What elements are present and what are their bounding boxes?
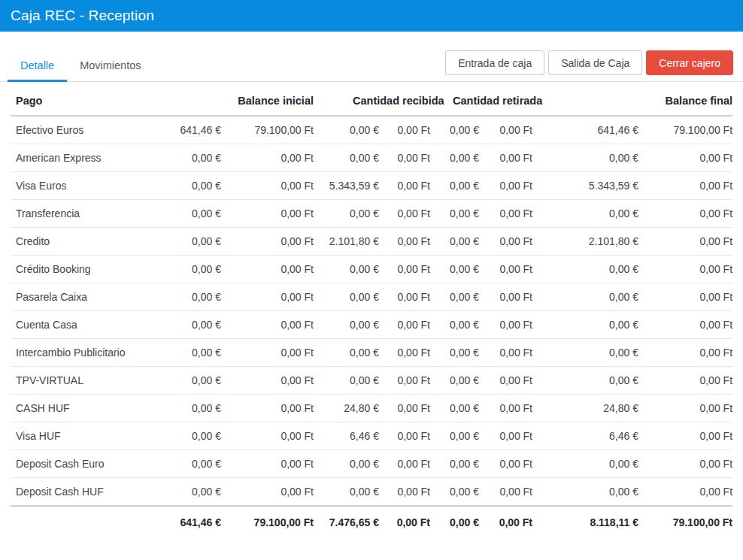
balance-inicial-eur-cell: 0,00 € bbox=[164, 395, 221, 422]
balance-final-huf-cell: 0,00 Ft bbox=[638, 395, 732, 422]
table-row: American Express 0,00 € 0,00 Ft 0,00 € 0… bbox=[11, 144, 732, 172]
entrada-de-caja-button[interactable]: Entrada de caja bbox=[445, 50, 544, 75]
cantidad-recibida-huf-cell: 0,00 Ft bbox=[379, 116, 430, 144]
balance-inicial-huf-cell: 0,00 Ft bbox=[221, 367, 314, 395]
total-cantidad-recibida-eur: 7.476,65 € bbox=[314, 506, 379, 539]
table-row: TPV-VIRTUAL 0,00 € 0,00 Ft 0,00 € 0,00 F… bbox=[11, 367, 732, 395]
balance-inicial-huf-cell: 0,00 Ft bbox=[221, 172, 314, 200]
cantidad-recibida-huf-cell: 0,00 Ft bbox=[379, 256, 430, 283]
balance-inicial-eur-cell: 0,00 € bbox=[164, 200, 221, 228]
balance-inicial-eur-cell: 0,00 € bbox=[164, 311, 221, 339]
total-cantidad-recibida-huf: 0,00 Ft bbox=[379, 506, 430, 539]
cantidad-recibida-eur-cell: 0,00 € bbox=[314, 144, 379, 172]
payment-method-name: Cuenta Casa bbox=[11, 311, 164, 339]
action-buttons: Entrada de caja Salida de Caja Cerrar ca… bbox=[445, 50, 733, 75]
balance-inicial-eur-cell: 0,00 € bbox=[164, 172, 221, 200]
cantidad-recibida-huf-cell: 0,00 Ft bbox=[379, 228, 430, 256]
col-header-balance-inicial: Balance inicial bbox=[164, 91, 314, 116]
salida-de-caja-button[interactable]: Salida de Caja bbox=[548, 50, 642, 75]
table-row: Pasarela Caixa 0,00 € 0,00 Ft 0,00 € 0,0… bbox=[11, 283, 732, 311]
table-row: Visa Euros 0,00 € 0,00 Ft 5.343,59 € 0,0… bbox=[11, 172, 732, 200]
total-cantidad-retirada-eur: 0,00 € bbox=[430, 506, 479, 539]
balance-inicial-eur-cell: 0,00 € bbox=[164, 422, 221, 450]
tab-movimientos[interactable]: Movimientos bbox=[67, 52, 153, 82]
cantidad-recibida-huf-cell: 0,00 Ft bbox=[379, 367, 430, 395]
cantidad-recibida-huf-cell: 0,00 Ft bbox=[379, 422, 430, 450]
cantidad-retirada-huf-cell: 0,00 Ft bbox=[479, 283, 532, 311]
balance-final-eur-cell: 2.101,80 € bbox=[532, 228, 638, 256]
cantidad-recibida-eur-cell: 0,00 € bbox=[314, 367, 379, 395]
total-balance-final-huf: 79.100,00 Ft bbox=[638, 506, 732, 539]
cantidad-retirada-huf-cell: 0,00 Ft bbox=[479, 450, 532, 478]
balance-inicial-huf-cell: 0,00 Ft bbox=[221, 311, 314, 339]
cantidad-recibida-eur-cell: 0,00 € bbox=[314, 450, 379, 478]
total-balance-inicial-huf: 79.100,00 Ft bbox=[221, 506, 314, 539]
balance-inicial-eur-cell: 0,00 € bbox=[164, 450, 221, 478]
cantidad-retirada-huf-cell: 0,00 Ft bbox=[479, 478, 532, 507]
table-row: Deposit Cash HUF 0,00 € 0,00 Ft 0,00 € 0… bbox=[11, 478, 732, 507]
cantidad-retirada-huf-cell: 0,00 Ft bbox=[479, 172, 532, 200]
cantidad-recibida-huf-cell: 0,00 Ft bbox=[379, 200, 430, 228]
payment-method-name: Visa HUF bbox=[11, 422, 164, 450]
balance-final-huf-cell: 0,00 Ft bbox=[638, 228, 732, 256]
balance-final-huf-cell: 0,00 Ft bbox=[638, 172, 732, 200]
cantidad-retirada-huf-cell: 0,00 Ft bbox=[479, 200, 532, 228]
payment-method-name: TPV-VIRTUAL bbox=[11, 367, 164, 395]
cantidad-retirada-eur-cell: 0,00 € bbox=[430, 311, 479, 339]
cantidad-retirada-eur-cell: 0,00 € bbox=[430, 172, 479, 200]
tab-detalle[interactable]: Detalle bbox=[8, 52, 67, 82]
total-balance-inicial-eur: 641,46 € bbox=[164, 506, 221, 539]
table-row: Cuenta Casa 0,00 € 0,00 Ft 0,00 € 0,00 F… bbox=[11, 311, 732, 339]
col-header-cantidad-recibida: Cantidad recibida bbox=[314, 91, 430, 116]
total-balance-final-eur: 8.118,11 € bbox=[532, 506, 638, 539]
balance-inicial-eur-cell: 0,00 € bbox=[164, 283, 221, 311]
table-row: Deposit Cash Euro 0,00 € 0,00 Ft 0,00 € … bbox=[11, 450, 732, 478]
cantidad-retirada-eur-cell: 0,00 € bbox=[430, 478, 479, 507]
cantidad-recibida-huf-cell: 0,00 Ft bbox=[379, 144, 430, 172]
balance-final-huf-cell: 79.100,00 Ft bbox=[638, 116, 732, 144]
cantidad-retirada-eur-cell: 0,00 € bbox=[430, 228, 479, 256]
balance-final-huf-cell: 0,00 Ft bbox=[638, 450, 732, 478]
payment-method-name: Pasarela Caixa bbox=[11, 283, 164, 311]
cantidad-recibida-eur-cell: 0,00 € bbox=[314, 256, 379, 283]
cerrar-cajero-button[interactable]: Cerrar cajero bbox=[646, 50, 733, 75]
cantidad-retirada-huf-cell: 0,00 Ft bbox=[479, 228, 532, 256]
cantidad-recibida-huf-cell: 0,00 Ft bbox=[379, 283, 430, 311]
cantidad-recibida-huf-cell: 0,00 Ft bbox=[379, 311, 430, 339]
balance-inicial-huf-cell: 79.100,00 Ft bbox=[221, 116, 314, 144]
cantidad-retirada-eur-cell: 0,00 € bbox=[430, 367, 479, 395]
cantidad-retirada-eur-cell: 0,00 € bbox=[430, 116, 479, 144]
cantidad-retirada-eur-cell: 0,00 € bbox=[430, 200, 479, 228]
table-header-row: Pago Balance inicial Cantidad recibida C… bbox=[11, 91, 732, 116]
balance-final-huf-cell: 0,00 Ft bbox=[638, 144, 732, 172]
cantidad-retirada-huf-cell: 0,00 Ft bbox=[479, 256, 532, 283]
balance-final-huf-cell: 0,00 Ft bbox=[638, 256, 732, 283]
balance-inicial-huf-cell: 0,00 Ft bbox=[221, 422, 314, 450]
balance-inicial-huf-cell: 0,00 Ft bbox=[221, 339, 314, 367]
cantidad-retirada-eur-cell: 0,00 € bbox=[430, 450, 479, 478]
table-row: CASH HUF 0,00 € 0,00 Ft 24,80 € 0,00 Ft … bbox=[11, 395, 732, 422]
payment-method-name: Credito bbox=[11, 228, 164, 256]
payment-method-name: Deposit Cash HUF bbox=[11, 478, 164, 507]
payment-method-name: Deposit Cash Euro bbox=[11, 450, 164, 478]
balance-inicial-eur-cell: 0,00 € bbox=[164, 478, 221, 507]
col-header-balance-final: Balance final bbox=[532, 91, 732, 116]
cash-register-table: Pago Balance inicial Cantidad recibida C… bbox=[11, 91, 732, 539]
balance-inicial-huf-cell: 0,00 Ft bbox=[221, 283, 314, 311]
cantidad-recibida-huf-cell: 0,00 Ft bbox=[379, 172, 430, 200]
payment-method-name: Intercambio Publicitario bbox=[11, 339, 164, 367]
table-row: Transferencia 0,00 € 0,00 Ft 0,00 € 0,00… bbox=[11, 200, 732, 228]
balance-final-huf-cell: 0,00 Ft bbox=[638, 367, 732, 395]
cantidad-retirada-huf-cell: 0,00 Ft bbox=[479, 395, 532, 422]
totals-label-cell bbox=[11, 506, 164, 539]
toolbar: Detalle Movimientos Entrada de caja Sali… bbox=[0, 32, 743, 82]
cantidad-recibida-eur-cell: 0,00 € bbox=[314, 311, 379, 339]
cash-register-detail: Pago Balance inicial Cantidad recibida C… bbox=[0, 82, 743, 539]
table-row: Efectivo Euros 641,46 € 79.100,00 Ft 0,0… bbox=[11, 116, 732, 144]
balance-inicial-huf-cell: 0,00 Ft bbox=[221, 228, 314, 256]
balance-inicial-huf-cell: 0,00 Ft bbox=[221, 144, 314, 172]
cantidad-recibida-eur-cell: 2.101,80 € bbox=[314, 228, 379, 256]
balance-final-eur-cell: 5.343,59 € bbox=[532, 172, 638, 200]
col-header-cantidad-retirada: Cantidad retirada bbox=[430, 91, 532, 116]
cantidad-retirada-eur-cell: 0,00 € bbox=[430, 283, 479, 311]
